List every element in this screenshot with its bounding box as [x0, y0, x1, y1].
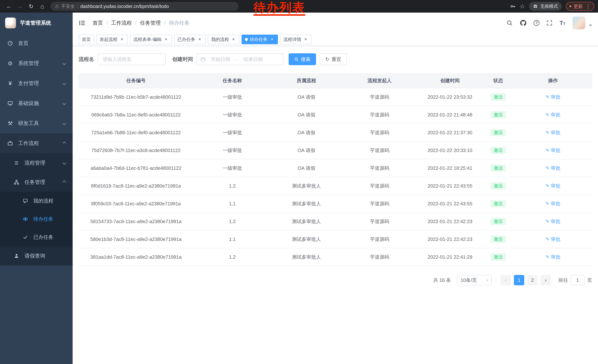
user-avatar[interactable] [573, 16, 585, 29]
browser-back-button[interactable]: ← [4, 1, 14, 11]
sidebar-item-task-mgmt[interactable]: 任务管理 [0, 173, 73, 192]
reset-button[interactable]: ↻ 重置 [320, 53, 347, 65]
app-logo-image [5, 17, 16, 29]
status-badge: 激活 [490, 182, 506, 190]
sidebar-item-todo-task[interactable]: 待办任务 [0, 210, 73, 228]
approve-link[interactable]: ✎ 审批 [546, 254, 560, 260]
approve-link[interactable]: ✎ 审批 [546, 165, 560, 171]
sidebar-item-label: 首页 [18, 40, 29, 47]
tab[interactable]: 发起流程 × [96, 35, 128, 44]
approve-link[interactable]: ✎ 审批 [546, 218, 560, 225]
next-page-button[interactable]: › [540, 275, 551, 285]
cell-create-time: 2022-01-21 22:43:55 [418, 195, 482, 212]
update-button[interactable]: 更新 ⋮ [566, 2, 594, 11]
update-label: 更新 [573, 3, 583, 9]
address-bar[interactable]: ⚠ 不安全 dashboard.yudao.iocoder.cn/bpm/tas… [50, 2, 239, 11]
tab[interactable]: 已办任务 × [174, 35, 206, 44]
page-size-select[interactable]: 10条/页 ▾ [457, 275, 492, 285]
sidebar-item-process-mgmt[interactable]: 流程管理 [0, 153, 73, 173]
sidebar-item-home[interactable]: 首页 [0, 33, 73, 53]
filter-bar: 流程名 创建时间 - [79, 53, 592, 65]
approve-link[interactable]: ✎ 审批 [546, 112, 560, 118]
page-number-button[interactable]: 2 [527, 275, 538, 285]
start-date-input[interactable] [206, 57, 234, 62]
breadcrumb-task-mgmt[interactable]: 任务管理 [140, 19, 161, 26]
cell-task-name: 1.1 [193, 230, 271, 248]
cell-initiator: 芋道源码 [342, 177, 418, 195]
process-name-input[interactable] [98, 53, 166, 65]
breadcrumb-separator: / [135, 20, 137, 26]
status-badge: 激活 [490, 235, 506, 243]
date-range-picker[interactable]: - [197, 53, 283, 65]
tab-label: 流程详情 [283, 36, 301, 42]
tab[interactable]: 流程详情 × [280, 35, 312, 44]
status-badge: 激活 [490, 218, 506, 225]
bookmark-star-icon[interactable]: ☆ [520, 3, 525, 10]
prev-page-button[interactable]: ‹ [500, 275, 511, 285]
tab-close-icon[interactable]: × [269, 37, 274, 42]
sidebar-item-system[interactable]: ⚙ 系统管理 [0, 53, 73, 73]
status-badge: 激活 [490, 129, 506, 136]
edit-icon: ✎ [546, 183, 549, 188]
breadcrumb-home[interactable]: 首页 [93, 19, 103, 26]
approve-link[interactable]: ✎ 审批 [546, 94, 560, 100]
approve-link[interactable]: ✎ 审批 [546, 201, 560, 207]
tab[interactable]: 首页 × [79, 35, 94, 44]
tab-label: 发起流程 [100, 36, 117, 42]
pagination: 共 16 条 10条/页 ▾ ‹ 1 2 › 前往 页 [79, 275, 592, 285]
url-text: dashboard.yudao.iocoder.cn/bpm/task/todo [80, 4, 169, 9]
tab-close-icon[interactable]: × [119, 37, 125, 42]
fullscreen-icon[interactable] [547, 20, 552, 26]
update-dot-icon [569, 5, 571, 7]
approve-link[interactable]: ✎ 审批 [546, 183, 560, 189]
cell-initiator: 芋道源码 [342, 159, 418, 177]
search-button[interactable]: 搜索 [289, 53, 316, 65]
table-row: 725a1eb6-7b88-11ec-8ef0-acde48001122 一级审… [79, 124, 592, 141]
cell-task-id: 75d72608-7b7f-11ec-a3c8-acde48001122 [79, 141, 193, 159]
approve-link[interactable]: ✎ 审批 [546, 129, 560, 136]
cell-initiator: 芋道源码 [342, 248, 418, 266]
password-key-icon[interactable] [510, 4, 515, 9]
browser-refresh-button[interactable]: ↻ [26, 1, 36, 11]
approve-link[interactable]: ✎ 审批 [546, 236, 560, 243]
goto-page-input[interactable] [571, 275, 585, 285]
breadcrumb-workflow[interactable]: 工作流程 [111, 19, 132, 26]
tab[interactable]: 流程表单-编辑 × [130, 35, 172, 44]
sidebar-item-payment[interactable]: ¥ 支付管理 [0, 73, 73, 93]
tab[interactable]: 待办任务 × [241, 35, 278, 44]
tab-close-icon[interactable]: × [163, 37, 169, 42]
browser-menu-icon[interactable]: ⋮ [586, 4, 590, 9]
help-icon[interactable]: ? [533, 20, 540, 26]
tab-label: 流程表单-编辑 [133, 36, 162, 42]
browser-forward-button[interactable]: → [15, 1, 25, 11]
end-date-input[interactable] [239, 57, 267, 62]
table-row: 8f059c03-7ac8-11ec-a9e2-a2380e71991a 1.1… [79, 195, 592, 212]
sidebar-item-workflow[interactable]: 工作流程 [0, 133, 73, 153]
sidebar-item-done-task[interactable]: 已办任务 [0, 228, 73, 246]
sidebar-item-infrastructure[interactable]: 基础设施 [0, 93, 73, 113]
page-number-button[interactable]: 1 [514, 275, 524, 285]
tab-close-icon[interactable]: × [303, 37, 308, 42]
table-column-header: 所属流程 [271, 73, 342, 88]
chevron-up-icon [62, 141, 66, 145]
sidebar-item-leave-query[interactable]: 请假查询 [0, 246, 73, 266]
goto-unit: 页 [587, 277, 592, 283]
tree-icon [13, 180, 20, 185]
search-icon[interactable] [507, 20, 513, 26]
cell-initiator: 芋道源码 [342, 124, 418, 141]
sidebar-item-my-process[interactable]: 我的流程 [0, 192, 73, 210]
browser-home-button[interactable]: ⌂ [37, 1, 47, 11]
sidebar-item-devtools[interactable]: ⚒ 研发工具 [0, 113, 73, 133]
github-icon[interactable] [520, 20, 526, 26]
cell-process: 测试多审批人 [271, 212, 342, 230]
cell-task-id: 8f0d1619-7ac8-11ec-a9e2-a2380e71991a [79, 177, 193, 195]
tab[interactable]: 我的流程 × [208, 35, 239, 44]
sidebar-item-label: 已办任务 [33, 234, 53, 241]
tab-close-icon[interactable]: × [231, 37, 236, 42]
sidebar-collapse-icon[interactable] [79, 19, 87, 27]
cell-initiator: 芋道源码 [342, 106, 418, 124]
sidebar-item-label: 请假查询 [25, 252, 45, 259]
font-size-icon[interactable]: TT [559, 20, 565, 26]
approve-link[interactable]: ✎ 审批 [546, 147, 560, 154]
tab-close-icon[interactable]: × [197, 37, 202, 42]
